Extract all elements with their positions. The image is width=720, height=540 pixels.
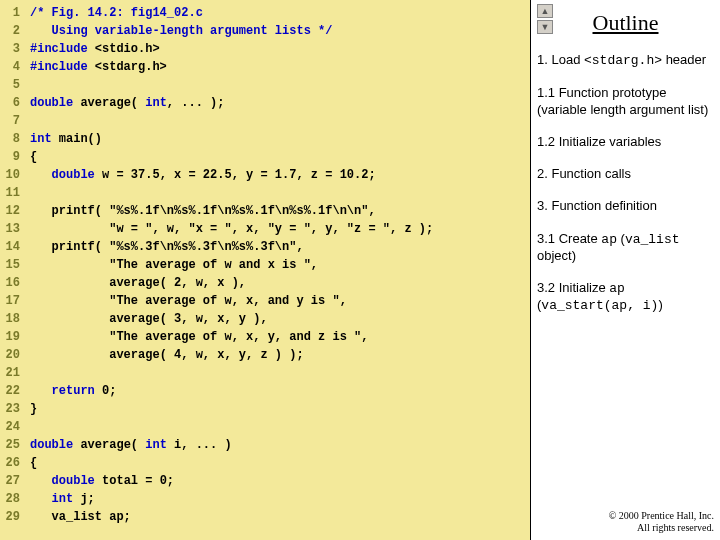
code-line: return 0; — [30, 382, 530, 400]
line-number: 23 — [0, 400, 24, 418]
line-number: 18 — [0, 310, 24, 328]
code-text: ap — [601, 232, 617, 247]
text: 3.2 Initialize — [537, 280, 609, 295]
line-number-column: 1234567891011121314151617181920212223242… — [0, 0, 24, 540]
code-line: { — [30, 454, 530, 472]
code-line: #include <stdarg.h> — [30, 58, 530, 76]
code-line: printf( "%s%.3f\n%s%.3f\n%s%.3f\n", — [30, 238, 530, 256]
outline-note-4: 2. Function calls — [537, 166, 714, 182]
line-number: 27 — [0, 472, 24, 490]
line-number: 11 — [0, 184, 24, 202]
code-text: ap — [609, 281, 625, 296]
line-number: 9 — [0, 148, 24, 166]
line-number: 24 — [0, 418, 24, 436]
line-number: 8 — [0, 130, 24, 148]
copyright: © 2000 Prentice Hall, Inc. All rights re… — [537, 510, 714, 534]
text: ) — [658, 297, 662, 312]
line-number: 25 — [0, 436, 24, 454]
code-line: /* Fig. 14.2: fig14_02.c — [30, 4, 530, 22]
code-line: "w = ", w, "x = ", x, "y = ", y, "z = ",… — [30, 220, 530, 238]
nav-down-button[interactable]: ▼ — [537, 20, 553, 34]
outline-heading: Outline — [537, 10, 714, 36]
line-number: 12 — [0, 202, 24, 220]
line-number: 28 — [0, 490, 24, 508]
code-line: double average( int, ... ); — [30, 94, 530, 112]
outline-note-6: 3.1 Create ap (va_list object) — [537, 231, 714, 265]
outline-note-2: 1.1 Function prototype (variable length … — [537, 85, 714, 118]
line-number: 22 — [0, 382, 24, 400]
line-number: 15 — [0, 256, 24, 274]
line-number: 19 — [0, 328, 24, 346]
code-line: #include <stdio.h> — [30, 40, 530, 58]
line-number: 29 — [0, 508, 24, 526]
code-line: "The average of w and x is ", — [30, 256, 530, 274]
line-number: 2 — [0, 22, 24, 40]
line-number: 13 — [0, 220, 24, 238]
code-line: } — [30, 400, 530, 418]
line-number: 1 — [0, 4, 24, 22]
code-line — [30, 112, 530, 130]
copyright-line: All rights reserved. — [537, 522, 714, 534]
line-number: 7 — [0, 112, 24, 130]
code-line: double average( int i, ... ) — [30, 436, 530, 454]
code-line: double total = 0; — [30, 472, 530, 490]
line-number: 16 — [0, 274, 24, 292]
line-number: 3 — [0, 40, 24, 58]
text: header — [662, 52, 706, 67]
text: 1. Load — [537, 52, 584, 67]
code-line: average( 2, w, x ), — [30, 274, 530, 292]
code-line: int main() — [30, 130, 530, 148]
code-pane: 1234567891011121314151617181920212223242… — [0, 0, 530, 540]
code-line: { — [30, 148, 530, 166]
line-number: 6 — [0, 94, 24, 112]
text: ( — [617, 231, 625, 246]
code-line: "The average of w, x, y, and z is ", — [30, 328, 530, 346]
code-line — [30, 418, 530, 436]
line-number: 5 — [0, 76, 24, 94]
code-line: int j; — [30, 490, 530, 508]
line-number: 17 — [0, 292, 24, 310]
line-number: 20 — [0, 346, 24, 364]
text: object) — [537, 248, 576, 263]
code-line — [30, 364, 530, 382]
outline-pane: ▲ ▼ Outline 1. Load <stdarg.h> header 1.… — [530, 0, 720, 540]
outline-note-3: 1.2 Initialize variables — [537, 134, 714, 150]
line-number: 10 — [0, 166, 24, 184]
code-text: <stdarg.h> — [584, 53, 662, 68]
code-line: double w = 37.5, x = 22.5, y = 1.7, z = … — [30, 166, 530, 184]
outline-note-7: 3.2 Initialize ap (va_start(ap, i)) — [537, 280, 714, 315]
code-line: va_list ap; — [30, 508, 530, 526]
nav-arrows: ▲ ▼ — [537, 4, 553, 34]
text: 3.1 Create — [537, 231, 601, 246]
code-line: printf( "%s%.1f\n%s%.1f\n%s%.1f\n%s%.1f\… — [30, 202, 530, 220]
line-number: 4 — [0, 58, 24, 76]
code-line: average( 4, w, x, y, z ) ); — [30, 346, 530, 364]
code-line: Using variable-length argument lists */ — [30, 22, 530, 40]
code-text: va_start(ap, i) — [541, 298, 658, 313]
code-line — [30, 76, 530, 94]
code-text: va_list — [625, 232, 680, 247]
outline-note-1: 1. Load <stdarg.h> header — [537, 52, 714, 69]
code-line — [30, 184, 530, 202]
line-number: 14 — [0, 238, 24, 256]
nav-up-button[interactable]: ▲ — [537, 4, 553, 18]
copyright-line: © 2000 Prentice Hall, Inc. — [537, 510, 714, 522]
code-line: "The average of w, x, and y is ", — [30, 292, 530, 310]
code-line: average( 3, w, x, y ), — [30, 310, 530, 328]
line-number: 21 — [0, 364, 24, 382]
outline-note-5: 3. Function definition — [537, 198, 714, 214]
line-number: 26 — [0, 454, 24, 472]
code-column: /* Fig. 14.2: fig14_02.c Using variable-… — [24, 0, 530, 540]
